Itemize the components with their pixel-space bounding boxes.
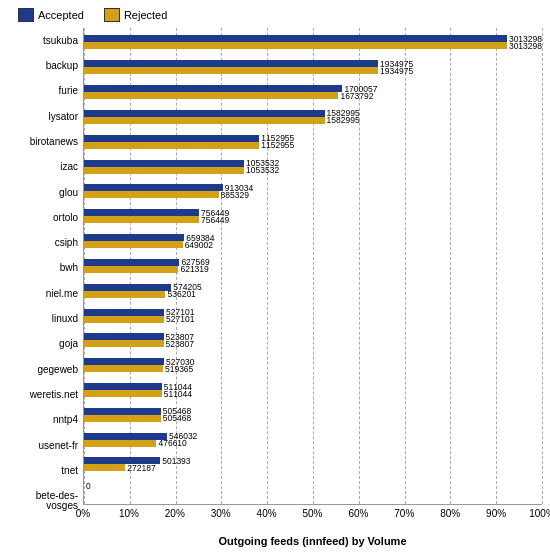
bar-rejected (84, 67, 378, 74)
y-label-nntp4: nntp4 (8, 415, 83, 425)
y-label-ortolo: ortolo (8, 213, 83, 223)
x-tick-label-5: 50% (302, 508, 322, 519)
bar-accepted (84, 160, 244, 167)
bar-group-weretis-net: 511044511044 (84, 383, 542, 397)
y-label-bete-des-vosges: bete-des-vosges (8, 491, 83, 511)
bar-row-rejected: 649002 (84, 241, 542, 248)
bar-row-accepted: 1152955 (84, 135, 542, 142)
bar-group-nntp4: 505468505468 (84, 408, 542, 422)
bar-accepted (84, 85, 342, 92)
bar-rows: 3013298301329819349751934975170005716737… (84, 28, 542, 504)
y-label-niel-me: niel.me (8, 289, 83, 299)
bar-group-izac: 10535321053532 (84, 160, 542, 174)
bar-row-rejected: 505468 (84, 415, 542, 422)
bar-row-accepted: 546032 (84, 433, 542, 440)
x-tick-label-9: 90% (486, 508, 506, 519)
x-tick-label-8: 80% (440, 508, 460, 519)
bar-accepted (84, 333, 164, 340)
bar-row-rejected: 1152955 (84, 142, 542, 149)
y-label-izac: izac (8, 162, 83, 172)
x-tick-label-4: 40% (257, 508, 277, 519)
bar-accepted (84, 184, 223, 191)
bar-rejected (84, 365, 163, 372)
bar-rejected-label: 885329 (221, 190, 249, 200)
bar-accepted (84, 358, 164, 365)
chart-container: Accepted Rejected tsukubabackupfurielysa… (0, 0, 550, 555)
y-label-gegeweb: gegeweb (8, 365, 83, 375)
bar-accepted (84, 309, 164, 316)
bar-group-csiph: 659384649002 (84, 234, 542, 248)
bar-rejected (84, 340, 164, 347)
bar-row-accepted: 659384 (84, 234, 542, 241)
bar-row-accepted: 1934975 (84, 60, 542, 67)
bar-rejected (84, 167, 244, 174)
bar-row-accepted: 505468 (84, 408, 542, 415)
bar-group-backup: 19349751934975 (84, 60, 542, 74)
bar-group-ortolo: 756449756449 (84, 209, 542, 223)
x-tick-label-1: 10% (119, 508, 139, 519)
bar-rejected (84, 266, 178, 273)
y-label-glou: glou (8, 188, 83, 198)
bar-rejected-label: 505468 (163, 413, 191, 423)
bar-rejected (84, 92, 338, 99)
bar-accepted (84, 209, 199, 216)
y-label-backup: backup (8, 61, 83, 71)
bar-row-rejected: 756449 (84, 216, 542, 223)
bar-rejected-label: 1152955 (261, 140, 294, 150)
y-axis-labels: tsukubabackupfurielysatorbirotanewsizacg… (8, 28, 83, 547)
bar-row-rejected (84, 489, 542, 496)
bar-accepted (84, 60, 378, 67)
bar-row-rejected: 272187 (84, 464, 542, 471)
bar-accepted (84, 284, 171, 291)
bar-row-accepted: 913034 (84, 184, 542, 191)
bar-rejected-label: 3013298 (509, 41, 542, 51)
bar-row-rejected: 527101 (84, 316, 542, 323)
grid-line-100 (542, 28, 543, 504)
bar-group-tsukuba: 30132983013298 (84, 35, 542, 49)
y-label-goja: goja (8, 339, 83, 349)
bar-row-accepted: 527030 (84, 358, 542, 365)
bar-row-accepted: 1700057 (84, 85, 542, 92)
bar-row-accepted: 3013298 (84, 35, 542, 42)
bar-accepted (84, 110, 325, 117)
y-label-usenet-fr: usenet-fr (8, 441, 83, 451)
x-tick-label-2: 20% (165, 508, 185, 519)
bar-rejected (84, 191, 219, 198)
bar-rejected-label: 527101 (166, 314, 194, 324)
bar-rejected (84, 464, 125, 471)
bar-row-rejected: 1053532 (84, 167, 542, 174)
x-tick-label-6: 60% (348, 508, 368, 519)
y-label-csiph: csiph (8, 238, 83, 248)
chart-area: tsukubabackupfurielysatorbirotanewsizacg… (8, 28, 542, 547)
x-axis-title: Outgoing feeds (innfeed) by Volume (83, 535, 542, 547)
y-label-tnet: tnet (8, 466, 83, 476)
bar-group-niel-me: 574205536201 (84, 284, 542, 298)
legend-accepted-box (18, 8, 34, 22)
bar-accepted (84, 433, 167, 440)
bar-rejected (84, 142, 259, 149)
bar-group-goja: 523807523807 (84, 333, 542, 347)
bar-accepted (84, 408, 161, 415)
bar-rejected-label: 1673792 (340, 91, 373, 101)
bar-rejected (84, 316, 164, 323)
bar-row-accepted: 0 (84, 482, 542, 489)
bar-group-bete-des-vosges: 0 (84, 482, 542, 496)
legend-rejected: Rejected (104, 8, 167, 22)
bar-row-rejected: 621319 (84, 266, 542, 273)
bar-rejected-label: 756449 (201, 215, 229, 225)
bar-row-rejected: 885329 (84, 191, 542, 198)
bar-group-tnet: 501393272187 (84, 457, 542, 471)
bar-group-bwh: 627569621319 (84, 259, 542, 273)
bar-group-usenet-fr: 546032476610 (84, 433, 542, 447)
y-label-birotanews: birotanews (8, 137, 83, 147)
legend: Accepted Rejected (18, 8, 542, 22)
bar-rejected-label: 511044 (164, 389, 192, 399)
bar-row-rejected: 1673792 (84, 92, 542, 99)
y-label-tsukuba: tsukuba (8, 36, 83, 46)
legend-rejected-box (104, 8, 120, 22)
legend-rejected-label: Rejected (124, 9, 167, 21)
bars-area: 3013298301329819349751934975170005716737… (83, 28, 542, 505)
bar-group-furie: 17000571673792 (84, 85, 542, 99)
y-label-weretis-net: weretis.net (8, 390, 83, 400)
bar-group-glou: 913034885329 (84, 184, 542, 198)
